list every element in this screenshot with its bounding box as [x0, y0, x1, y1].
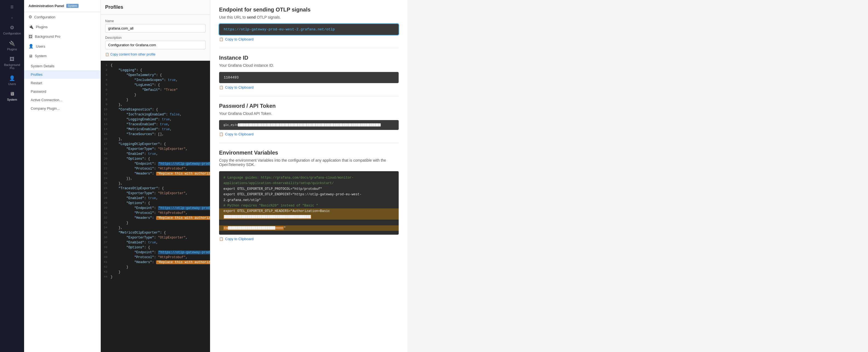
code-line-5: 5 "LogLevel": {: [101, 82, 210, 87]
right-panel: Endpoint for sending OTLP signals Use th…: [210, 0, 407, 352]
code-line-28: 28 "Enabled": true,: [101, 196, 210, 201]
password-token-box[interactable]: glc_eyJv████████████████████████████████…: [219, 120, 399, 130]
profile-form: Name Description 📋 Copy content from oth…: [101, 15, 210, 61]
code-line-32: 32 "Headers": "Replace this with authori…: [101, 215, 210, 220]
system-nav-password[interactable]: Password: [24, 87, 100, 96]
system-badge: System: [66, 4, 79, 8]
endpoint-url-box[interactable]: https://otlp-gateway-prod-eu-west-2.graf…: [219, 24, 399, 35]
password-title: Password / API Token: [219, 103, 399, 109]
code-line-39: 39 "Endpoint": "https://otlp-gateway-pro…: [101, 250, 210, 255]
nav-system-icon: 🖥: [29, 54, 33, 58]
name-input[interactable]: [105, 24, 206, 33]
nav-section: ⚙ Configuration 🔌 Plugins 🖼 Background P…: [24, 12, 100, 352]
copy-icon: 📋: [105, 52, 109, 56]
code-line-20: 20 "Options": {: [101, 156, 210, 162]
left-panel: Administration Panel System ⚙ Configurat…: [24, 0, 101, 352]
nav-item-configuration[interactable]: ⚙ Configuration: [24, 12, 100, 22]
code-line-34: 34 },: [101, 225, 210, 230]
code-line-2: 2 "Logging": {: [101, 68, 210, 73]
background-icon: 🖼: [9, 56, 14, 62]
profiles-panel: Profiles Name Description 📋 Copy content…: [101, 0, 210, 352]
code-line-24: 24 }},: [101, 176, 210, 181]
env-desc: Copy the environment Variables into the …: [219, 158, 399, 167]
endpoint-title: Endpoint for sending OTLP signals: [219, 7, 399, 13]
code-line-35: 35 "MetricsOtlpExporter": {: [101, 230, 210, 235]
system-nav-company-plugin[interactable]: Company Plugin...: [24, 104, 100, 113]
env-section: Environment Variables Copy the environme…: [219, 150, 399, 241]
sidebar-arrow[interactable]: ‹: [9, 13, 15, 22]
instance-desc: Your Grafana Cloud instance ID.: [219, 63, 399, 68]
admin-panel-title: Administration Panel: [29, 4, 64, 8]
code-line-23: 23 "Headers": "Replace this with authori…: [101, 171, 210, 176]
code-line-11: 11 "IocTrackingEnabled": false,: [101, 112, 210, 117]
instance-copy-label: Copy to Clipboard: [225, 85, 253, 90]
password-section: Password / API Token Your Grafana Cloud …: [219, 103, 399, 136]
nav-configuration-icon: ⚙: [29, 14, 32, 20]
sidebar-item-users[interactable]: 👤 Users: [0, 72, 24, 89]
code-line-9: 9 },: [101, 102, 210, 107]
code-line-38: 38 "Options": {: [101, 245, 210, 250]
sidebar-item-label: Background Pro: [2, 63, 22, 70]
code-line-22: 22 "Protocol": "HttpProtobuf",: [101, 166, 210, 171]
description-label: Description: [105, 36, 206, 40]
code-line-27: 27 "ExporterType": "OtlpExporter",: [101, 191, 210, 196]
description-input[interactable]: [105, 41, 206, 49]
code-line-37: 37 "Enabled": true,: [101, 240, 210, 245]
code-line-43: 43 }: [101, 270, 210, 275]
system-icon: 🖥: [9, 91, 14, 97]
users-icon: 👤: [9, 75, 15, 81]
code-line-40: 40 "Protocol": "HttpProtobuf",: [101, 255, 210, 260]
code-line-3: 3 "OpenTelemetry": {: [101, 73, 210, 78]
instance-id-box[interactable]: 1104493: [219, 72, 399, 83]
instance-id-value: 1104493: [224, 75, 239, 80]
code-line-44: 44}: [101, 275, 210, 280]
code-content: 1{ 2 "Logging": { 3 "OpenTelemetry": { 4…: [101, 61, 210, 282]
copy-from-profile-link[interactable]: 📋 Copy content from other profile: [105, 52, 206, 56]
code-line-8: 8 }: [101, 97, 210, 102]
nav-item-users[interactable]: 👤 Users: [24, 41, 100, 51]
code-editor[interactable]: 1{ 2 "Logging": { 3 "OpenTelemetry": { 4…: [101, 61, 210, 352]
sidebar-item-label: Plugins: [7, 47, 17, 51]
nav-item-system[interactable]: 🖥 System: [24, 51, 100, 61]
password-copy-btn[interactable]: 📋 Copy to Clipboard: [219, 132, 399, 136]
env-line-1: # Language guides: https://grafana.com/d…: [223, 176, 353, 185]
sidebar-item-background[interactable]: 🖼 Background Pro: [0, 54, 24, 72]
endpoint-copy-btn[interactable]: 📋 Copy to Clipboard: [219, 37, 399, 41]
divider-1: [219, 48, 399, 48]
env-copy-btn[interactable]: 📋 Copy to Clipboard: [219, 237, 399, 241]
code-line-10: 10 "CoreDiagnostics": {: [101, 107, 210, 112]
env-line-2: export OTEL_EXPORTER_OTLP_PROTOCOL="http…: [223, 187, 322, 191]
system-nav-profiles[interactable]: Profiles: [24, 70, 100, 79]
password-copy-label: Copy to Clipboard: [225, 132, 253, 136]
nav-item-label: Configuration: [34, 15, 55, 19]
system-nav-restart[interactable]: Restart: [24, 79, 100, 87]
system-nav-active-connections[interactable]: Active Connection...: [24, 96, 100, 104]
code-line-31: 31 "Protocol": "HttpProtobuf",: [101, 211, 210, 215]
code-line-1: 1{: [101, 63, 210, 68]
password-token-value: glc_eyJv████████████████████████████████…: [223, 124, 381, 127]
nav-item-plugins[interactable]: 🔌 Plugins: [24, 22, 100, 32]
divider-2: [219, 96, 399, 96]
code-line-42: 42 }: [101, 265, 210, 270]
clipboard-icon-4: 📋: [219, 237, 223, 241]
code-line-19: 19 "Enabled": true,: [101, 151, 210, 156]
sidebar-item-system[interactable]: 🖥 System: [0, 89, 24, 104]
env-code-box[interactable]: # Language guides: https://grafana.com/d…: [219, 171, 399, 235]
env-line-6: cu████████████████████████════": [219, 225, 399, 231]
instance-copy-btn[interactable]: 📋 Copy to Clipboard: [219, 85, 399, 90]
code-line-36: 36 "ExporterType": "OtlpExporter",: [101, 235, 210, 240]
sidebar-item-label: Users: [8, 82, 16, 85]
code-line-17: 17 "LoggingOtlpExporter": {: [101, 142, 210, 147]
sidebar-toggle[interactable]: ☰: [8, 3, 16, 11]
name-label: Name: [105, 19, 206, 23]
sidebar-item-configuration[interactable]: ⚙ Configuration: [0, 22, 24, 38]
sidebar-item-plugins[interactable]: 🔌 Plugins: [0, 38, 24, 54]
clipboard-icon-2: 📋: [219, 85, 223, 90]
code-line-4: 4 "IncludeScopes": true,: [101, 78, 210, 82]
code-line-6: 6 "Default": "Trace": [101, 87, 210, 93]
system-nav-system-details[interactable]: System Details: [24, 62, 100, 70]
profiles-title: Profiles: [101, 0, 210, 15]
endpoint-url: https://otlp-gateway-prod-eu-west-2.graf…: [224, 27, 335, 31]
nav-item-background[interactable]: 🖼 Background Pro: [24, 32, 100, 41]
code-line-16: 16 },: [101, 137, 210, 142]
